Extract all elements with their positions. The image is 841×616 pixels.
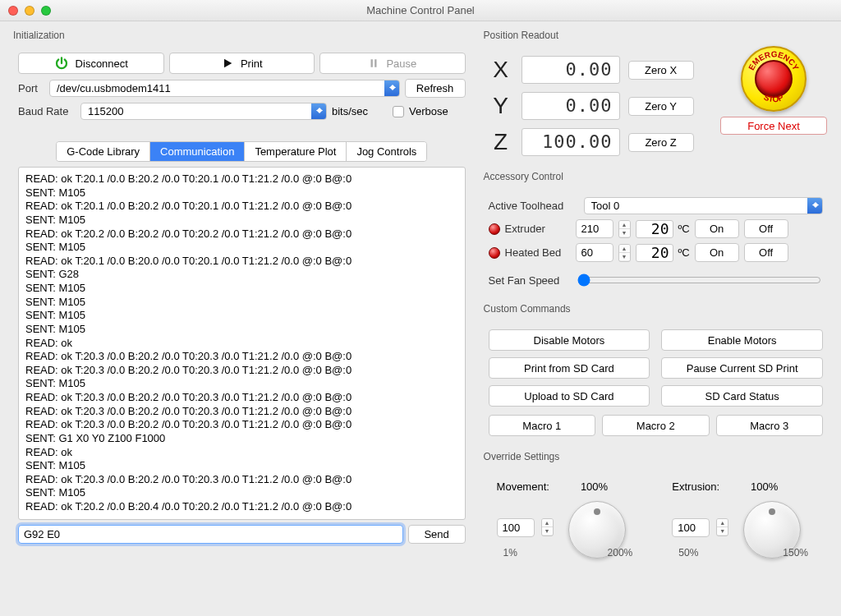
- zero-x-button[interactable]: Zero X: [628, 61, 694, 80]
- custom-commands-panel: Disable Motors Enable Motors Print from …: [480, 319, 831, 446]
- axis-y-value: 0.00: [522, 92, 620, 120]
- macro-3-button[interactable]: Macro 3: [716, 415, 823, 436]
- bed-led-icon: [489, 247, 500, 259]
- bed-stepper[interactable]: ▲▼: [618, 244, 631, 262]
- send-button[interactable]: Send: [408, 525, 466, 544]
- initialization-panel: Disconnect Print Pause Port /dev/cu.usbm…: [10, 46, 474, 130]
- bed-on-button[interactable]: On: [695, 243, 739, 262]
- fan-speed-slider[interactable]: [577, 274, 821, 287]
- custom-label: Custom Commands: [484, 303, 831, 315]
- dro-label: Position Readout: [484, 30, 710, 41]
- axis-x-label: X: [489, 57, 513, 83]
- window-title: Machine Control Panel: [366, 4, 475, 16]
- extruder-unit: ºC: [678, 223, 690, 235]
- zero-z-button[interactable]: Zero Z: [628, 133, 694, 152]
- port-select[interactable]: /dev/cu.usbmodem1411: [49, 80, 400, 97]
- window-close-button[interactable]: [8, 6, 18, 16]
- pause-label: Pause: [386, 57, 416, 70]
- extruder-setpoint-input[interactable]: [576, 219, 614, 238]
- movement-max: 200%: [608, 547, 633, 559]
- initialization-label: Initialization: [13, 30, 474, 41]
- enable-motors-button[interactable]: Enable Motors: [661, 329, 823, 351]
- extrusion-max: 150%: [783, 547, 808, 559]
- toolhead-select[interactable]: Tool 0: [584, 197, 823, 214]
- accessory-label: Accessory Control: [484, 171, 831, 182]
- bed-actual-temp: 20: [636, 244, 673, 262]
- svg-text:STOP: STOP: [762, 92, 785, 103]
- force-next-button[interactable]: Force Next: [720, 117, 827, 135]
- extrusion-override-pct: 100%: [751, 480, 778, 493]
- power-icon: [54, 56, 69, 71]
- play-icon: [221, 57, 234, 70]
- extrusion-override-stepper[interactable]: ▲▼: [716, 518, 728, 536]
- print-button[interactable]: Print: [169, 53, 315, 74]
- emergency-stop-button[interactable]: EMERGENCY STOP: [741, 46, 807, 112]
- extrusion-override-input[interactable]: [672, 518, 710, 537]
- disable-motors-button[interactable]: Disable Motors: [489, 329, 650, 351]
- extruder-off-button[interactable]: Off: [744, 219, 788, 238]
- axis-z-label: Z: [489, 129, 513, 155]
- extrusion-override-label: Extrusion:: [672, 480, 719, 493]
- tab-bar: G-Code Library Communication Temperature…: [56, 141, 427, 162]
- verbose-label: Verbose: [409, 105, 448, 117]
- window-titlebar: Machine Control Panel: [0, 0, 841, 21]
- baud-select[interactable]: 115200: [80, 103, 327, 120]
- verbose-checkbox[interactable]: [393, 106, 404, 117]
- tab-temperature-plot[interactable]: Temperature Plot: [245, 142, 347, 161]
- main-tab-panel: G-Code Library Communication Temperature…: [10, 135, 474, 552]
- baud-label: Baud Rate: [18, 105, 76, 117]
- pause-sd-button[interactable]: Pause Current SD Print: [661, 357, 823, 379]
- position-readout-panel: X 0.00 Zero X Y 0.00 Zero Y Z 100.00 Zer…: [480, 46, 710, 166]
- port-label: Port: [18, 82, 44, 94]
- print-label: Print: [241, 57, 263, 70]
- zero-y-button[interactable]: Zero Y: [628, 97, 694, 116]
- extruder-led-icon: [489, 223, 500, 235]
- bed-label: Heated Bed: [505, 246, 571, 259]
- bed-unit: ºC: [678, 246, 690, 259]
- override-panel: Movement: 100% ▲▼ 1% 200% Extrusion: 100…: [480, 467, 831, 568]
- axis-z-value: 100.00: [522, 128, 620, 156]
- macro-2-button[interactable]: Macro 2: [602, 415, 709, 436]
- print-sd-button[interactable]: Print from SD Card: [489, 357, 650, 379]
- extruder-actual-temp: 20: [636, 220, 673, 238]
- extruder-label: Extruder: [505, 223, 571, 235]
- movement-override-label: Movement:: [497, 480, 549, 493]
- extruder-on-button[interactable]: On: [695, 219, 739, 238]
- movement-override-pct: 100%: [581, 480, 608, 493]
- window-minimize-button[interactable]: [25, 6, 34, 16]
- movement-min: 1%: [503, 547, 517, 559]
- pause-button[interactable]: Pause: [319, 53, 466, 74]
- movement-override-input[interactable]: [497, 518, 535, 537]
- refresh-button[interactable]: Refresh: [405, 79, 466, 98]
- disconnect-label: Disconnect: [76, 57, 128, 70]
- upload-sd-button[interactable]: Upload to SD Card: [489, 385, 650, 407]
- toolhead-label: Active Toolhead: [489, 200, 579, 212]
- sd-status-button[interactable]: SD Card Status: [661, 385, 823, 407]
- command-input[interactable]: [18, 525, 403, 544]
- extruder-stepper[interactable]: ▲▼: [618, 220, 631, 238]
- window-zoom-button[interactable]: [41, 6, 51, 16]
- movement-override-stepper[interactable]: ▲▼: [541, 518, 554, 536]
- macro-1-button[interactable]: Macro 1: [489, 415, 595, 436]
- axis-x-value: 0.00: [522, 56, 620, 84]
- extrusion-min: 50%: [678, 547, 698, 559]
- accessory-panel: Active Toolhead Tool 0 Extruder ▲▼ 20 ºC…: [480, 187, 831, 298]
- communication-log[interactable]: READ: ok T:20.1 /0.0 B:20.2 /0.0 T0:20.1…: [18, 167, 466, 520]
- bed-setpoint-input[interactable]: [576, 243, 614, 262]
- svg-text:EMERGENCY: EMERGENCY: [747, 49, 801, 71]
- disconnect-button[interactable]: Disconnect: [18, 53, 164, 74]
- tab-communication[interactable]: Communication: [150, 142, 245, 161]
- fan-speed-label: Set Fan Speed: [489, 274, 571, 287]
- override-label: Override Settings: [484, 451, 831, 462]
- bed-off-button[interactable]: Off: [744, 243, 788, 262]
- tab-jog-controls[interactable]: Jog Controls: [347, 142, 426, 161]
- bits-sec-label: bits/sec: [332, 105, 368, 117]
- estop-text-icon: EMERGENCY STOP: [742, 48, 805, 110]
- tab-gcode-library[interactable]: G-Code Library: [57, 142, 150, 161]
- pause-icon: [368, 57, 379, 69]
- axis-y-label: Y: [489, 93, 513, 119]
